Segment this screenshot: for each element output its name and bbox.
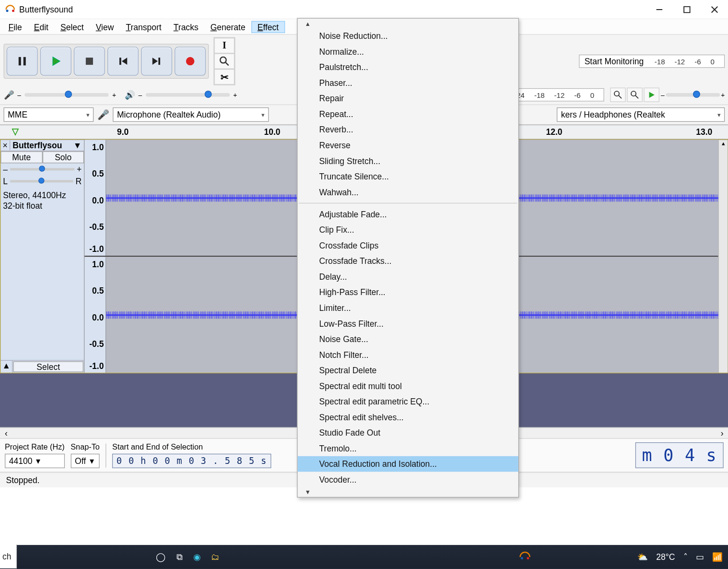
menu-select[interactable]: Select	[54, 21, 90, 33]
pause-button[interactable]	[7, 47, 38, 76]
effect-item-tremolo[interactable]: Tremolo...	[297, 440, 518, 456]
playback-volume[interactable]: 🔊 – +	[125, 90, 237, 100]
menu-file[interactable]: File	[2, 21, 28, 33]
amplitude-scale: 1.00.50.0-0.5-1.0	[84, 140, 106, 255]
effect-item-crossfade-tracks[interactable]: Crossfade Tracks...	[297, 253, 518, 269]
weather-icon[interactable]: ⛅	[637, 552, 647, 562]
solo-button[interactable]: Solo	[42, 151, 84, 163]
menu-tracks[interactable]: Tracks	[167, 21, 204, 33]
effect-item-phaser[interactable]: Phaser...	[297, 75, 518, 91]
microphone-icon: 🎤	[4, 90, 14, 100]
effect-item-reverb[interactable]: Reverb...	[297, 122, 518, 138]
wifi-icon[interactable]: 📶	[712, 552, 722, 562]
play-cursor-icon: ▽	[12, 127, 19, 136]
pan-slider[interactable]	[10, 180, 73, 182]
effect-item-crossfade-clips[interactable]: Crossfade Clips	[297, 237, 518, 253]
menu-effect[interactable]: Effect	[251, 21, 284, 33]
timeline-tick: 10.0	[264, 127, 280, 137]
effect-item-reverse[interactable]: Reverse	[297, 137, 518, 153]
audio-host-combo[interactable]: MME▾	[4, 107, 94, 122]
effect-item-delay[interactable]: Delay...	[297, 269, 518, 284]
track-collapse-icon[interactable]: ▲	[0, 361, 12, 373]
record-device-combo[interactable]: Microphone (Realtek Audio)▾	[113, 107, 269, 122]
playback-device-combo[interactable]: kers / Headphones (Realtek▾	[557, 107, 725, 122]
cortana-icon[interactable]: ◯	[156, 552, 165, 562]
menu-transport[interactable]: Transport	[120, 21, 167, 33]
record-meter[interactable]: Start Monitoring -18-12-60	[579, 55, 725, 68]
effect-item-vocal-reduction-and-isolation[interactable]: Vocal Reduction and Isolation...	[297, 456, 518, 472]
pan-l: L	[3, 177, 8, 186]
vertical-scrollbar[interactable]: ▴	[718, 140, 728, 372]
record-volume[interactable]: 🎤 – +	[4, 90, 117, 100]
effect-item-spectral-edit-parametric-eq[interactable]: Spectral edit parametric EQ...	[297, 394, 518, 410]
play-speed-slider[interactable]	[666, 93, 720, 97]
effect-item-normalize[interactable]: Normalize...	[297, 44, 518, 59]
effect-item-notch-filter[interactable]: Notch Filter...	[297, 347, 518, 363]
selection-tool-icon[interactable]: I	[214, 38, 235, 54]
effect-item-sliding-stretch[interactable]: Sliding Stretch...	[297, 153, 518, 169]
effect-item-wahwah[interactable]: Wahwah...	[297, 184, 518, 200]
task-view-icon[interactable]: ⧉	[176, 552, 183, 562]
close-button[interactable]	[701, 0, 728, 19]
zoom-sel-icon[interactable]	[627, 88, 643, 102]
effect-item-spectral-delete[interactable]: Spectral Delete	[297, 363, 518, 379]
effect-item-low-pass-filter[interactable]: Low-Pass Filter...	[297, 316, 518, 332]
effect-item-adjustable-fade[interactable]: Adjustable Fade...	[297, 206, 518, 222]
effect-item-truncate-silence[interactable]: Truncate Silence...	[297, 169, 518, 185]
effect-item-noise-gate[interactable]: Noise Gate...	[297, 332, 518, 347]
record-volume-slider[interactable]	[24, 93, 108, 97]
search-fragment[interactable]: ch	[0, 545, 17, 569]
weather-temp[interactable]: 28°C	[656, 552, 675, 562]
track-menu-chevron-icon[interactable]: ▼	[71, 141, 84, 150]
track-select-button[interactable]: Select	[13, 361, 83, 372]
effect-item-clip-fix[interactable]: Clip Fix...	[297, 222, 518, 238]
play-button[interactable]	[40, 47, 71, 76]
audacity-taskbar-icon[interactable]	[519, 551, 531, 563]
selection-start-timecode[interactable]: 0 0 h 0 0 m 0 3 . 5 8 5 s	[112, 454, 271, 468]
record-button[interactable]	[175, 47, 206, 76]
effect-item-spectral-edit-multi-tool[interactable]: Spectral edit multi tool	[297, 378, 518, 394]
cut-tool-icon[interactable]: ✂	[214, 69, 235, 85]
track-info: Stereo, 44100Hz 32-bit float	[0, 187, 84, 214]
menu-scroll-down-icon[interactable]: ▼	[305, 488, 311, 495]
stop-button[interactable]	[74, 47, 105, 76]
menu-generate[interactable]: Generate	[204, 21, 251, 33]
gain-slider[interactable]	[10, 168, 74, 170]
menu-scroll-up-icon[interactable]: ▲	[305, 21, 311, 27]
skip-start-button[interactable]	[107, 47, 139, 76]
effect-item-limiter[interactable]: Limiter...	[297, 300, 518, 316]
effect-item-repair[interactable]: Repair	[297, 91, 518, 107]
menu-view[interactable]: View	[90, 21, 120, 33]
zoom-tool-icon[interactable]	[214, 53, 235, 69]
svg-rect-10	[119, 58, 121, 65]
explorer-icon[interactable]: 🗂	[211, 552, 220, 562]
audio-position-timecode[interactable]: m 0 4 s	[635, 442, 724, 468]
minimize-button[interactable]	[646, 0, 673, 19]
effect-item-studio-fade-out[interactable]: Studio Fade Out	[297, 425, 518, 441]
track-name[interactable]: Butterflysou	[10, 140, 71, 151]
playback-volume-slider[interactable]	[146, 93, 230, 97]
tray-chevron-icon[interactable]: ˄	[683, 552, 688, 562]
project-rate-combo[interactable]: 44100▾	[5, 454, 65, 468]
effect-item-spectral-edit-shelves[interactable]: Spectral edit shelves...	[297, 409, 518, 425]
effect-item-vocoder[interactable]: Vocoder...	[297, 472, 518, 487]
zoom-fit-icon[interactable]	[611, 88, 626, 102]
battery-icon[interactable]: ▭	[696, 552, 704, 562]
snap-to-combo[interactable]: Off▾	[70, 454, 100, 468]
effect-item-repeat[interactable]: Repeat...	[297, 106, 518, 122]
skip-end-button[interactable]	[141, 47, 172, 76]
snap-to-value: Off	[75, 456, 86, 466]
effect-item-paulstretch[interactable]: Paulstretch...	[297, 59, 518, 75]
track-close-button[interactable]: ×	[0, 141, 10, 150]
maximize-button[interactable]	[673, 0, 701, 19]
mute-button[interactable]: Mute	[0, 151, 42, 163]
play-at-speed-button[interactable]	[644, 88, 660, 102]
start-monitoring-label[interactable]: Start Monitoring	[585, 57, 644, 66]
selection-range-label: Start and End of Selection	[112, 442, 271, 451]
effect-item-noise-reduction[interactable]: Noise Reduction...	[297, 28, 518, 44]
menu-edit[interactable]: Edit	[28, 21, 54, 33]
svg-point-19	[632, 91, 636, 96]
titlebar: Butterflysound	[0, 0, 728, 19]
edge-icon[interactable]: ◉	[193, 552, 200, 562]
effect-item-high-pass-filter[interactable]: High-Pass Filter...	[297, 284, 518, 300]
